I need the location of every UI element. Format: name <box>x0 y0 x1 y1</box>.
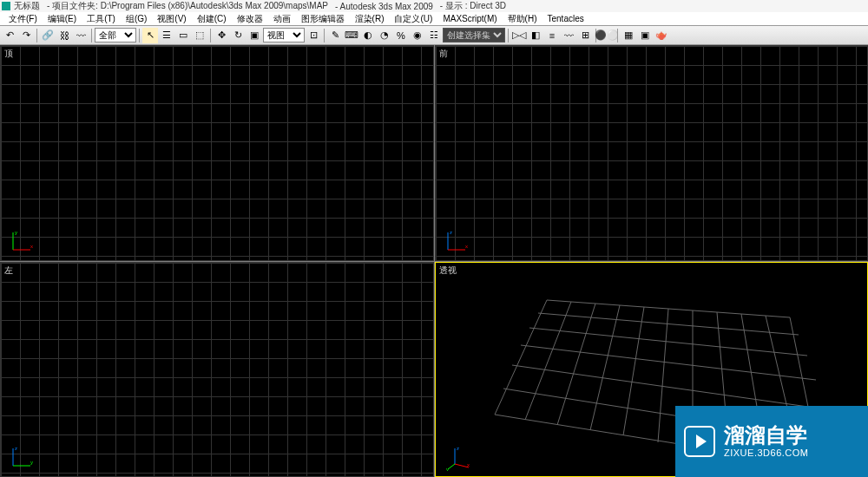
toolbar-separator <box>210 29 211 42</box>
menu-create[interactable]: 创建(C) <box>192 13 232 25</box>
main-toolbar: ↶ ↷ 🔗 ⛓ 〰 全部 ↖ ☰ ▭ ⬚ ✥ ↻ ▣ 视图 ⊡ ✎ ⌨ ◐ ◔ … <box>0 26 868 45</box>
schematic-view-button[interactable]: ⊞ <box>577 28 593 43</box>
title-bar: 无标题 - 项目文件夹: D:\Program Files (x86)\Auto… <box>0 0 868 12</box>
viewport-front[interactable]: 前 z x <box>435 45 869 261</box>
viewport-top[interactable]: 顶 y x <box>0 45 434 261</box>
menu-maxscript[interactable]: MAXScript(M) <box>437 14 502 23</box>
scale-button[interactable]: ▣ <box>247 28 262 43</box>
edit-named-selections-button[interactable]: ☷ <box>426 28 442 43</box>
manipulate-button[interactable]: ✎ <box>327 28 343 43</box>
title-project-folder: - 项目文件夹: D:\Program Files (x86)\Autodesk… <box>47 0 328 12</box>
angle-snap-toggle[interactable]: ◔ <box>377 28 392 43</box>
svg-text:z: z <box>15 446 17 451</box>
viewport-left[interactable]: 左 z y <box>0 262 434 478</box>
title-untitled: 无标题 <box>14 0 40 12</box>
toolbar-separator <box>139 29 140 42</box>
menu-edit[interactable]: 编辑(E) <box>43 13 82 25</box>
menu-modifiers[interactable]: 修改器 <box>232 13 268 25</box>
grid-icon <box>436 46 868 260</box>
select-region-rect-button[interactable]: ▭ <box>175 28 191 43</box>
grid-icon <box>1 263 433 477</box>
menu-file[interactable]: 文件(F) <box>3 13 43 25</box>
toolbar-separator <box>617 29 618 42</box>
snap-toggle[interactable]: ◐ <box>360 28 376 43</box>
title-app-name: - Autodesk 3ds Max 2009 <box>335 2 433 11</box>
select-by-name-button[interactable]: ☰ <box>159 28 174 43</box>
svg-line-24 <box>658 309 668 442</box>
use-pivot-center-button[interactable]: ⊡ <box>306 28 321 43</box>
viewport-front-label: 前 <box>439 48 448 60</box>
menu-animation[interactable]: 动画 <box>268 13 296 25</box>
svg-text:y: y <box>446 467 449 471</box>
watermark-banner: 溜溜自学 ZIXUE.3D66.COM <box>675 406 868 477</box>
rotate-button[interactable]: ↻ <box>230 28 246 43</box>
menu-customize[interactable]: 自定义(U) <box>389 13 437 25</box>
curve-editor-button[interactable]: 〰 <box>561 28 576 43</box>
svg-text:y: y <box>30 460 33 465</box>
watermark-url: ZIXUE.3D66.COM <box>724 448 808 458</box>
svg-line-19 <box>495 300 547 415</box>
render-setup-button[interactable]: ▦ <box>621 28 636 43</box>
watermark-title: 溜溜自学 <box>724 425 808 446</box>
svg-line-13 <box>538 313 799 335</box>
svg-text:x: x <box>465 244 468 249</box>
toolbar-separator <box>508 29 509 42</box>
axis-gizmo-left-icon: z y <box>10 443 36 469</box>
svg-text:z: z <box>450 230 452 235</box>
svg-line-22 <box>590 305 620 430</box>
axis-gizmo-front-icon: z x <box>444 227 470 253</box>
grid-icon <box>1 46 433 260</box>
app-icon <box>2 2 10 10</box>
window-crossing-toggle[interactable]: ⬚ <box>192 28 207 43</box>
axis-gizmo-perspective-icon: z x y <box>446 445 472 471</box>
axis-gizmo-top-icon: y x <box>10 227 36 253</box>
mirror-button[interactable]: ▷◁ <box>511 28 527 43</box>
menu-views[interactable]: 视图(V) <box>152 13 191 25</box>
svg-text:x: x <box>30 244 33 249</box>
unlink-button[interactable]: ⛓ <box>56 28 72 43</box>
svg-line-32 <box>448 464 455 469</box>
spinner-snap-toggle[interactable]: ◉ <box>410 28 425 43</box>
svg-line-15 <box>521 345 816 380</box>
svg-text:y: y <box>15 230 17 235</box>
play-icon <box>684 426 715 457</box>
menu-tools[interactable]: 工具(T) <box>82 13 121 25</box>
menu-bar: 文件(F) 编辑(E) 工具(T) 组(G) 视图(V) 创建(C) 修改器 动… <box>0 12 868 26</box>
menu-rendering[interactable]: 渲染(R) <box>350 13 390 25</box>
undo-button[interactable]: ↶ <box>2 28 17 43</box>
svg-line-16 <box>512 365 820 408</box>
menu-graph-editors[interactable]: 图形编辑器 <box>296 13 350 25</box>
toolbar-separator <box>36 29 37 42</box>
rendered-frame-button[interactable]: ▣ <box>637 28 653 43</box>
svg-line-23 <box>623 307 644 435</box>
title-display-mode: - 显示 : Direct 3D <box>440 0 506 12</box>
menu-tentacles[interactable]: Tentacles <box>542 14 589 23</box>
reference-coord-select[interactable]: 视图 <box>263 28 305 42</box>
redo-button[interactable]: ↷ <box>18 28 34 43</box>
select-object-button[interactable]: ↖ <box>142 28 158 43</box>
layer-manager-button[interactable]: ≡ <box>544 28 560 43</box>
svg-text:x: x <box>467 462 470 467</box>
toolbar-separator <box>324 29 325 42</box>
move-button[interactable]: ✥ <box>214 28 229 43</box>
material-editor-button[interactable]: ⚫⚪ <box>599 28 615 43</box>
menu-help[interactable]: 帮助(H) <box>503 13 542 25</box>
named-selection-set-select[interactable]: 创建选择集 <box>443 28 505 42</box>
bind-spacewarp-button[interactable]: 〰 <box>73 28 89 43</box>
link-button[interactable]: 🔗 <box>40 28 56 43</box>
align-button[interactable]: ◧ <box>528 28 543 43</box>
toolbar-separator <box>91 29 92 42</box>
keyboard-shortcut-toggle[interactable]: ⌨ <box>344 28 359 43</box>
selection-filter-select[interactable]: 全部 <box>95 28 136 42</box>
svg-text:z: z <box>457 446 459 451</box>
menu-group[interactable]: 组(G) <box>121 13 152 25</box>
viewport-perspective-label: 透视 <box>439 265 457 277</box>
viewport-left-label: 左 <box>4 265 13 277</box>
percent-snap-toggle[interactable]: % <box>393 28 409 43</box>
render-production-button[interactable]: 🫖 <box>654 28 669 43</box>
viewport-top-label: 顶 <box>4 48 13 60</box>
